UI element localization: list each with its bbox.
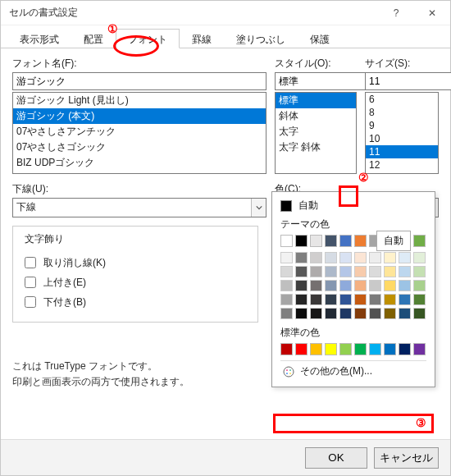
strike-checkbox-row[interactable]: 取り消し線(K) — [21, 254, 249, 271]
color-cell[interactable] — [354, 235, 367, 247]
color-cell[interactable] — [369, 280, 381, 291]
color-cell[interactable] — [280, 280, 293, 291]
tab-alignment[interactable]: 配置 — [71, 29, 116, 48]
color-cell[interactable] — [280, 266, 293, 277]
ok-button[interactable]: OK — [305, 447, 367, 469]
more-colors-button[interactable]: その他の色(M)... — [280, 360, 426, 382]
color-cell[interactable] — [369, 266, 381, 277]
color-cell[interactable] — [399, 266, 411, 277]
list-item[interactable]: 07やさしさゴシック — [13, 140, 266, 155]
color-cell[interactable] — [384, 252, 396, 263]
color-cell[interactable] — [295, 280, 308, 291]
color-cell[interactable] — [399, 280, 411, 291]
color-cell[interactable] — [310, 252, 322, 263]
color-cell[interactable] — [310, 308, 322, 319]
color-cell[interactable] — [369, 294, 381, 305]
color-cell[interactable] — [413, 343, 426, 355]
list-item[interactable]: 10 — [366, 132, 438, 145]
color-cell[interactable] — [399, 343, 411, 355]
color-cell[interactable] — [295, 308, 308, 319]
color-cell[interactable] — [280, 308, 293, 319]
list-item[interactable]: 9 — [366, 119, 438, 132]
style-listbox[interactable]: 標準斜体太字太字 斜体 — [275, 92, 357, 174]
sub-checkbox-row[interactable]: 下付き(B) — [21, 294, 249, 310]
list-item[interactable]: 11 — [366, 145, 438, 158]
color-cell[interactable] — [354, 343, 367, 355]
color-cell[interactable] — [384, 280, 396, 291]
list-item[interactable]: 游ゴシック (本文) — [13, 108, 266, 124]
list-item[interactable]: 游ゴシック Light (見出し) — [13, 93, 266, 108]
list-item[interactable]: 太字 斜体 — [276, 140, 356, 155]
color-cell[interactable] — [413, 252, 426, 263]
color-cell[interactable] — [295, 294, 308, 305]
color-cell[interactable] — [413, 235, 426, 247]
list-item[interactable]: 07やさしさアンチック — [13, 124, 266, 140]
tab-fill[interactable]: 塗りつぶし — [224, 29, 298, 48]
color-cell[interactable] — [295, 266, 308, 277]
chevron-down-icon[interactable] — [251, 199, 266, 217]
color-cell[interactable] — [339, 252, 352, 263]
help-button[interactable]: ? — [378, 1, 414, 25]
color-cell[interactable] — [310, 266, 322, 277]
color-cell[interactable] — [325, 343, 337, 355]
color-cell[interactable] — [280, 235, 293, 247]
strike-checkbox[interactable] — [25, 257, 36, 268]
color-cell[interactable] — [413, 266, 426, 277]
list-item[interactable]: 標準 — [276, 93, 356, 108]
color-cell[interactable] — [354, 266, 367, 277]
color-cell[interactable] — [339, 280, 352, 291]
cancel-button[interactable]: キャンセル — [374, 447, 439, 469]
sub-checkbox[interactable] — [25, 296, 36, 308]
fontname-input[interactable] — [12, 72, 266, 90]
color-cell[interactable] — [325, 235, 337, 247]
tab-protection[interactable]: 保護 — [298, 29, 342, 48]
list-item[interactable]: 12 — [366, 158, 438, 172]
color-cell[interactable] — [325, 280, 337, 291]
size-input[interactable] — [365, 72, 451, 90]
color-cell[interactable] — [310, 280, 322, 291]
color-cell[interactable] — [354, 308, 367, 319]
color-cell[interactable] — [339, 235, 352, 247]
tab-border[interactable]: 罫線 — [180, 29, 224, 48]
color-cell[interactable] — [339, 343, 352, 355]
color-cell[interactable] — [369, 252, 381, 263]
tab-font[interactable]: フォント — [116, 29, 180, 48]
color-cell[interactable] — [310, 235, 322, 247]
color-cell[interactable] — [399, 308, 411, 319]
color-cell[interactable] — [310, 294, 322, 305]
color-cell[interactable] — [295, 343, 308, 355]
color-cell[interactable] — [354, 294, 367, 305]
color-cell[interactable] — [339, 294, 352, 305]
list-item[interactable]: BIZ UDPゴシック — [13, 155, 266, 171]
list-item[interactable]: 斜体 — [276, 108, 356, 124]
list-item[interactable]: 6 — [366, 93, 438, 106]
fontname-listbox[interactable]: 游ゴシック Light (見出し)游ゴシック (本文)07やさしさアンチック07… — [12, 92, 266, 174]
color-cell[interactable] — [384, 308, 396, 319]
color-cell[interactable] — [413, 294, 426, 305]
size-listbox[interactable]: 689101112 — [365, 92, 439, 174]
color-cell[interactable] — [384, 343, 396, 355]
color-cell[interactable] — [280, 252, 293, 263]
list-item[interactable]: BIZ UDP明朝 Medium — [13, 171, 266, 174]
tab-display[interactable]: 表示形式 — [7, 29, 71, 48]
color-cell[interactable] — [325, 252, 337, 263]
color-cell[interactable] — [339, 266, 352, 277]
super-checkbox-row[interactable]: 上付き(E) — [21, 274, 249, 291]
color-cell[interactable] — [325, 266, 337, 277]
auto-color-row[interactable]: 自動 — [280, 199, 426, 213]
color-cell[interactable] — [399, 252, 411, 263]
color-cell[interactable] — [369, 343, 381, 355]
color-cell[interactable] — [280, 343, 293, 355]
color-cell[interactable] — [295, 235, 308, 247]
super-checkbox[interactable] — [25, 277, 36, 288]
color-cell[interactable] — [354, 280, 367, 291]
list-item[interactable]: 太字 — [276, 124, 356, 140]
color-cell[interactable] — [369, 308, 381, 319]
color-cell[interactable] — [413, 280, 426, 291]
underline-dropdown[interactable]: 下線 — [12, 198, 266, 217]
list-item[interactable]: 8 — [366, 106, 438, 119]
color-cell[interactable] — [384, 266, 396, 277]
color-cell[interactable] — [339, 308, 352, 319]
color-cell[interactable] — [325, 294, 337, 305]
color-cell[interactable] — [325, 308, 337, 319]
